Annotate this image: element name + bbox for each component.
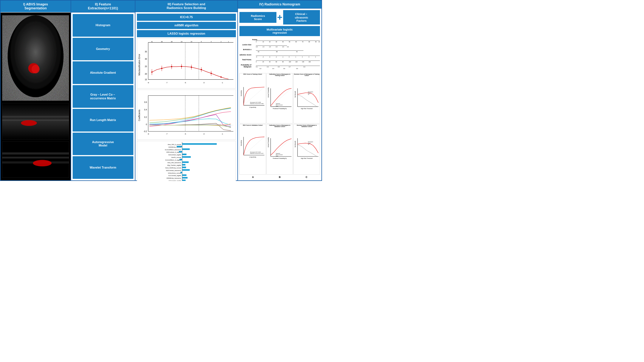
svg-text:High Risk Threshold: High Risk Threshold: [301, 158, 313, 159]
svg-text:Ideal: Ideal: [276, 106, 278, 107]
svg-text:19: 19: [180, 41, 182, 43]
svg-rect-111: [182, 174, 186, 176]
svg-point-43: [220, 76, 222, 78]
svg-text:70: 70: [302, 41, 304, 43]
clinical-factors-box: Clinical－ultrasonicFactors: [283, 10, 320, 25]
svg-text:S11InvDfMom_transverse: S11InvDfMom_transverse: [165, 149, 181, 151]
svg-text:4: 4: [211, 41, 212, 43]
svg-text:Radiomics Score AUC=0.902: Radiomics Score AUC=0.902: [250, 103, 264, 104]
svg-text:Predicted Probability(%): Predicted Probability(%): [273, 108, 287, 109]
svg-rect-104: [182, 156, 191, 158]
roc-training: ROC Curve in Training Cohort 1-Specifici…: [240, 73, 266, 123]
feature-wavelet: Wavelet Transform: [73, 156, 133, 179]
svg-text:80: 80: [282, 61, 284, 63]
svg-text:40: 40: [269, 61, 271, 63]
decision-validation-title: Decision Curve of Nomogram in Validation…: [294, 124, 320, 127]
svg-rect-108: [182, 167, 186, 168]
svg-text:None: None: [308, 142, 310, 144]
main-container: I) ABVS ImagesSegmentation: [0, 0, 322, 181]
svg-text:-1: -1: [221, 82, 223, 84]
svg-text:S22contrast_sagittal: S22contrast_sagittal: [168, 154, 181, 156]
section-2: II) FeatureExtraction(n=1101) Histogram …: [71, 1, 136, 180]
s2-header: II) FeatureExtraction(n=1101): [71, 1, 135, 13]
svg-text:High Risk Threshold: High Risk Threshold: [301, 108, 313, 109]
svg-text:4.5: 4.5: [282, 46, 284, 48]
svg-text:Bias-corrected: Bias-corrected: [276, 104, 282, 105]
svg-text:6: 6: [201, 41, 202, 43]
svg-text:All: All: [308, 144, 309, 145]
svg-text:Area_S55_transverse: Area_S55_transverse: [167, 162, 181, 163]
mri-image-transverse: [2, 103, 69, 139]
svg-text:Net Benefit: Net Benefit: [295, 91, 296, 98]
svg-point-6: [21, 120, 37, 126]
svg-rect-112: [182, 177, 188, 178]
svg-text:Nomogram: Nomogram: [308, 141, 313, 142]
svg-text:40: 40: [282, 41, 284, 43]
abc-labels: A B C: [240, 175, 320, 179]
svg-text:0: 0: [256, 61, 257, 63]
svg-text:2.5: 2.5: [269, 46, 271, 48]
bar-svg: -0.8 -0.6 -0.4 0 0.2 0.4 0.6 0.8 1 Area_…: [137, 141, 236, 181]
svg-text:-7: -7: [166, 133, 167, 135]
svg-text:4A: 4A: [258, 51, 260, 52]
svg-text:Actual Probability: Actual Probability: [268, 137, 269, 147]
label-c: C: [306, 176, 307, 178]
svg-text:S11InvDfMom_A_sagittal: S11InvDfMom_A_sagittal: [165, 159, 181, 161]
svg-rect-110: [180, 172, 182, 173]
svg-text:-9: -9: [147, 133, 149, 135]
svg-text:100: 100: [318, 41, 320, 43]
svg-text:S02Contrast_transverse: S02Contrast_transverse: [166, 170, 181, 171]
svg-text:Radomics Score: Radomics Score: [240, 54, 252, 56]
roc-row-validation: ROC Curve in Validation Cohort 1-Specifi…: [240, 124, 320, 174]
svg-text:100: 100: [289, 61, 291, 63]
svg-text:-5: -5: [256, 56, 257, 58]
svg-text:0.5: 0.5: [278, 66, 280, 68]
label-a: A: [252, 176, 254, 178]
svg-text:Nomogram AUC=0.955: Nomogram AUC=0.955: [250, 102, 261, 103]
s3-content: ICC>0.75 mRMR algorithm LASSO logistic r…: [136, 12, 238, 181]
svg-text:-0.2: -0.2: [144, 130, 147, 132]
svg-text:10: 10: [190, 41, 192, 43]
svg-text:GeoPh_coronal: GeoPh_coronal: [171, 157, 181, 158]
svg-text:0.6: 0.6: [283, 68, 285, 69]
lasso-svg: Misclassification Error 15 20 25 30 35 -…: [137, 39, 236, 88]
svg-rect-106: [182, 161, 189, 163]
svg-text:-1: -1: [221, 133, 223, 135]
svg-text:1.5: 1.5: [262, 46, 264, 48]
section-3: III) Feature Selection andRadiomics Scor…: [136, 1, 238, 180]
svg-text:Bias-corrected: Bias-corrected: [276, 154, 282, 155]
svg-text:0: 0: [289, 56, 290, 58]
svg-text:1: 1: [228, 41, 229, 43]
svg-text:3.5: 3.5: [276, 46, 278, 48]
svg-text:BI-RADS 4: BI-RADS 4: [243, 49, 252, 51]
svg-text:S11Correlat_sagittal: S11Correlat_sagittal: [168, 175, 181, 176]
svg-text:0.6: 0.6: [144, 101, 147, 103]
feature-histogram: Histogram: [73, 14, 133, 37]
roc-training-title: ROC Curve in Training Cohort: [240, 73, 266, 75]
svg-rect-107: [182, 164, 185, 165]
svg-text:Net Benefit: Net Benefit: [295, 141, 296, 147]
svg-text:-3: -3: [203, 82, 204, 84]
feature-geometry: Geometry: [73, 38, 133, 60]
feature-rlm: Run Length Matrix: [73, 109, 133, 131]
svg-text:45gr_Fraction_sagittal: 45gr_Fraction_sagittal: [167, 164, 181, 166]
svg-text:-5: -5: [184, 82, 186, 84]
svg-text:-5: -5: [184, 133, 186, 135]
s1-images: [0, 13, 70, 180]
svg-text:30: 30: [145, 58, 147, 60]
svg-text:Radiomics Score AUC=0.877: Radiomics Score AUC=0.877: [250, 153, 264, 154]
svg-text:1-Specificity: 1-Specificity: [249, 156, 256, 158]
svg-text:5.5: 5.5: [287, 46, 289, 48]
feature-absolute-gradient: Absolute Gradient: [73, 61, 133, 84]
nomogram-area: Points 0 10 20 30 40 50 60 70 80 90 100 …: [240, 38, 320, 72]
mri-svg-3: [2, 142, 69, 177]
svg-text:0: 0: [256, 41, 257, 43]
mrmr-label: mRMR algorithm: [137, 22, 236, 29]
svg-text:2: 2: [220, 41, 221, 43]
svg-text:-3: -3: [269, 56, 270, 58]
svg-text:0.4: 0.4: [272, 68, 274, 69]
svg-text:All: All: [308, 94, 309, 95]
svg-text:Coefficients: Coefficients: [138, 110, 140, 121]
decision-validation: Decision Curve of Nomogram in Validation…: [294, 124, 320, 174]
svg-text:-4: -4: [262, 56, 264, 58]
